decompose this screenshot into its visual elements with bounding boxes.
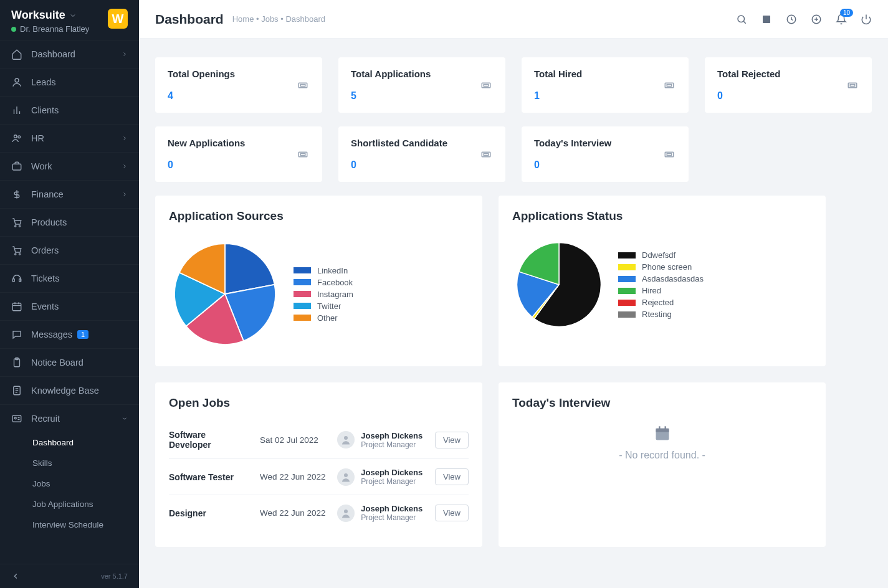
brand-name[interactable]: Worksuite (11, 9, 89, 22)
stat-value: 1 (534, 90, 582, 102)
sidebar-item-tickets[interactable]: Tickets (0, 264, 139, 292)
stat-card[interactable]: Total Rejected0 (705, 57, 872, 113)
search-icon[interactable] (736, 14, 747, 25)
legend-label: Hired (642, 286, 661, 295)
view-button[interactable]: View (435, 468, 469, 485)
cart-icon (11, 217, 22, 228)
sidebar-item-events[interactable]: Events (0, 292, 139, 320)
svg-point-8 (15, 225, 16, 227)
bell-icon[interactable]: 10 (836, 14, 847, 25)
sidebar-item-hr[interactable]: HR (0, 124, 139, 152)
sub-item-job-applications[interactable]: Job Applications (32, 494, 139, 514)
legend-item[interactable]: LinkedIn (294, 266, 469, 275)
plus-icon[interactable] (811, 14, 822, 25)
sidebar-item-clients[interactable]: Clients (0, 96, 139, 124)
sidebar-item-products[interactable]: Products (0, 208, 139, 236)
sidebar-item-messages[interactable]: Messages1 (0, 320, 139, 348)
headset-icon (11, 273, 22, 284)
legend-item[interactable]: Instagram (294, 290, 469, 299)
sidebar-item-knowledge-base[interactable]: Knowledge Base (0, 376, 139, 404)
open-job-row: DesignerWed 22 Jun 2022Joseph DickensPro… (169, 495, 469, 531)
open-jobs-list: Software DeveloperSat 02 Jul 2022Joseph … (169, 421, 469, 531)
sidebar-item-orders[interactable]: Orders (0, 236, 139, 264)
collapse-sidebar-button[interactable] (11, 572, 20, 581)
id-icon (11, 413, 22, 424)
person-name: Joseph Dickens (361, 468, 423, 477)
legend-item[interactable]: Facebook (294, 278, 469, 287)
stat-card[interactable]: Shortlisted Candidate0 (338, 126, 505, 182)
stat-card[interactable]: Today's Interview0 (522, 126, 689, 182)
view-button[interactable]: View (435, 505, 469, 521)
topbar-icons: 10 (736, 14, 872, 25)
clock-icon[interactable] (786, 14, 797, 25)
nav-label: Leads (31, 77, 56, 87)
sidebar-header: Worksuite Dr. Breanna Flatley W (0, 0, 139, 40)
avatar-icon (337, 468, 355, 486)
sub-items: DashboardSkillsJobsJob ApplicationsInter… (0, 432, 139, 535)
svg-rect-12 (12, 279, 14, 282)
svg-line-29 (743, 21, 745, 23)
sidebar-item-work[interactable]: Work (0, 152, 139, 180)
chart-legend: LinkedInFacebookInstagramTwitterOther (294, 263, 469, 325)
legend-item[interactable]: Phone screen (618, 262, 812, 272)
power-icon[interactable] (861, 14, 872, 25)
sub-item-interview-schedule[interactable]: Interview Schedule (32, 514, 139, 535)
sidebar-item-dashboard[interactable]: Dashboard (0, 40, 139, 68)
ticket-icon (296, 149, 310, 160)
breadcrumb-link[interactable]: Home (232, 14, 254, 24)
stat-card[interactable]: New Applications0 (155, 126, 322, 182)
svg-rect-40 (665, 83, 674, 88)
stat-card[interactable]: Total Openings4 (155, 57, 322, 113)
person-name: Joseph Dickens (361, 431, 423, 440)
view-button[interactable]: View (435, 432, 469, 448)
breadcrumb-link[interactable]: Dashboard (285, 14, 325, 24)
legend-item[interactable]: Asdasdasdasdas (618, 274, 812, 283)
legend-label: LinkedIn (317, 266, 348, 275)
sub-item-dashboard[interactable]: Dashboard (32, 432, 139, 453)
legend-label: Other (317, 313, 338, 323)
sub-item-skills[interactable]: Skills (32, 453, 139, 473)
breadcrumb-link[interactable]: Jobs (261, 14, 278, 24)
panel-title: Application Sources (169, 209, 469, 223)
stat-label: Today's Interview (534, 138, 611, 148)
sidebar: Worksuite Dr. Breanna Flatley W Dashboar… (0, 0, 139, 588)
dollar-icon (11, 189, 22, 200)
legend-swatch-icon (618, 300, 636, 306)
legend-item[interactable]: Hired (618, 286, 812, 295)
legend-item[interactable]: Twitter (294, 301, 469, 311)
svg-rect-41 (667, 84, 672, 86)
legend-item[interactable]: Ddwefsdf (618, 250, 812, 260)
brand-logo[interactable]: W (108, 9, 128, 29)
legend-swatch-icon (618, 252, 636, 258)
stat-value: 0 (351, 159, 447, 171)
sidebar-item-leads[interactable]: Leads (0, 68, 139, 96)
stats-row-1: Total Openings4Total Applications5Total … (155, 57, 872, 113)
legend-item[interactable]: Other (294, 313, 469, 323)
panel-title: Applications Status (512, 209, 812, 223)
legend-item[interactable]: Rejected (618, 298, 812, 307)
sidebar-item-recruit[interactable]: Recruit (0, 404, 139, 432)
stat-value: 0 (717, 90, 780, 102)
chevron-right-icon (122, 51, 128, 57)
sub-item-jobs[interactable]: Jobs (32, 473, 139, 494)
note-icon[interactable] (761, 14, 772, 25)
stat-label: Total Openings (168, 69, 235, 79)
legend-label: Facebook (317, 278, 353, 287)
notification-count-badge: 10 (840, 9, 853, 17)
job-title: Software Developer (169, 430, 250, 450)
sidebar-item-notice-board[interactable]: Notice Board (0, 348, 139, 376)
job-person: Joseph DickensProject Manager (337, 468, 425, 486)
panel-title: Open Jobs (169, 396, 469, 410)
stats-row-2: New Applications0Shortlisted Candidate0T… (155, 126, 872, 182)
stat-card[interactable]: Total Applications5 (338, 57, 505, 113)
sidebar-item-finance[interactable]: Finance (0, 180, 139, 208)
nav-label: Products (31, 217, 67, 227)
legend-item[interactable]: Rtesting (618, 310, 812, 319)
ticket-icon (846, 80, 859, 91)
svg-rect-39 (484, 84, 489, 86)
nav-label: Tickets (31, 273, 59, 283)
nav-label: Dashboard (31, 49, 75, 59)
todays-interview-panel: Today's Interview - No record found. - (499, 382, 826, 547)
legend-swatch-icon (294, 279, 311, 285)
stat-card[interactable]: Total Hired1 (522, 57, 689, 113)
